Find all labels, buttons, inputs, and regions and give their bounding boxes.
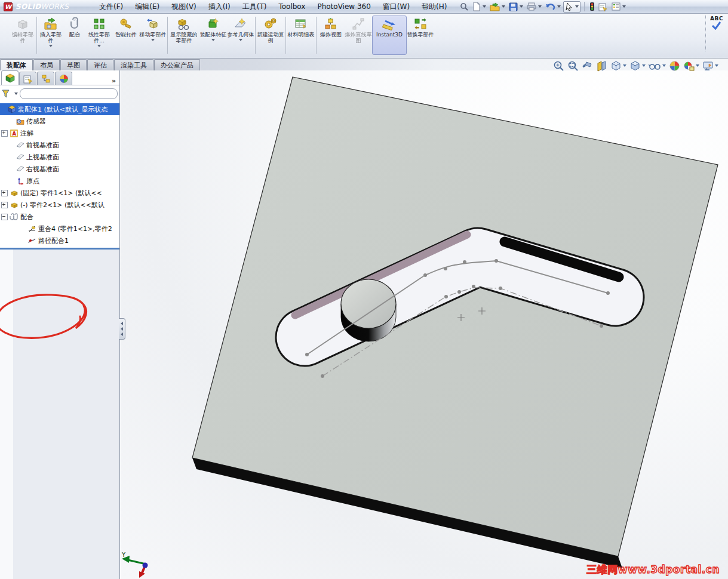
search-icon[interactable] (459, 2, 470, 12)
tree-item-origin[interactable]: 原点 (0, 175, 119, 187)
expand-toggle[interactable] (1, 190, 8, 196)
tree-item-assembly-root[interactable]: 装配体1 (默认<默认_显示状态 (0, 103, 119, 115)
tree-item-front-plane[interactable]: 前视基准面 (0, 139, 119, 151)
panel-splitter-handle[interactable] (119, 318, 125, 340)
open-document-button[interactable] (489, 2, 506, 12)
tab-featuremanager-tree[interactable] (1, 70, 19, 85)
tree-item-sensors[interactable]: 传感器 (0, 115, 119, 127)
bill-of-materials-icon (294, 17, 308, 31)
explode-line-sketch-icon (351, 17, 365, 31)
assembly-features-icon (206, 17, 220, 31)
undo-button[interactable] (544, 2, 562, 12)
command-tabs: 装配体 布局 草图 评估 渲染工具 办公室产品 (0, 58, 201, 70)
view-settings-icon[interactable] (702, 60, 719, 72)
panel-more-chevrons[interactable]: » (112, 77, 116, 85)
featuremanager-tree-icon (5, 73, 15, 83)
cylinder-part[interactable] (341, 279, 396, 341)
reference-geometry-button[interactable]: 参考几何体 (227, 16, 254, 55)
menu-tools[interactable]: 工具(T) (236, 1, 273, 13)
edit-appearance-icon[interactable] (668, 60, 681, 72)
filter-dropdown-caret[interactable] (14, 93, 18, 95)
mate-button[interactable]: 配合 (64, 16, 85, 55)
tab-assembly[interactable]: 装配体 (0, 59, 33, 70)
tab-layout[interactable]: 布局 (33, 59, 60, 70)
tree-item-part2[interactable]: (-) 零件2<1> (默认<<默认 (0, 199, 119, 211)
instant3d-button[interactable]: Instant3D (372, 16, 407, 55)
toolbar-separator (584, 2, 585, 11)
move-component-button[interactable]: 移动零部件 (139, 16, 167, 55)
tab-sketch[interactable]: 草图 (60, 59, 87, 70)
hide-show-items-icon[interactable] (648, 60, 666, 72)
display-style-icon[interactable] (629, 60, 646, 72)
tree-item-path-mate[interactable]: 路径配合1 (0, 235, 119, 247)
zoom-to-area-icon[interactable] (567, 60, 579, 72)
origin-icon (16, 177, 24, 185)
filter-funnel-icon[interactable] (2, 90, 11, 98)
edit-component-button[interactable]: 编辑零部件 (10, 16, 36, 55)
smart-fasteners-button[interactable]: 智能扣件 (113, 16, 139, 55)
print-button[interactable] (526, 2, 543, 11)
heads-up-view-toolbar (552, 59, 719, 72)
expand-toggle[interactable] (1, 130, 8, 137)
collapse-toggle[interactable] (1, 214, 8, 220)
apply-scene-icon[interactable] (683, 60, 700, 72)
traffic-light-icon[interactable] (588, 1, 596, 12)
save-button[interactable] (508, 2, 524, 12)
new-document-button[interactable] (471, 1, 487, 12)
explode-line-sketch-button[interactable]: 爆炸直线草图 (345, 16, 372, 55)
edit-component-icon (16, 17, 30, 31)
menu-file[interactable]: 文件(F) (93, 1, 129, 13)
tab-propertymanager[interactable] (19, 72, 36, 85)
spellcheck-abc-label: ABC (710, 16, 723, 21)
menu-toolbox[interactable]: Toolbox (272, 1, 311, 12)
section-view-icon[interactable] (595, 60, 608, 72)
linear-pattern-icon (92, 17, 106, 31)
replace-components-button[interactable]: 替换零部件 (407, 16, 434, 55)
tab-office-products[interactable]: 办公室产品 (154, 59, 200, 70)
tab-displaymanager[interactable] (55, 72, 72, 85)
bill-of-materials-button[interactable]: 材料明细表 (287, 16, 315, 55)
svg-text:A: A (12, 131, 16, 137)
spell-checker-button[interactable]: ABC (710, 16, 723, 30)
menu-insert[interactable]: 插入(I) (202, 1, 236, 13)
menu-help[interactable]: 帮助(H) (416, 1, 453, 13)
tab-configurationmanager[interactable] (37, 72, 54, 85)
options-form-icon[interactable] (597, 2, 609, 12)
menu-view[interactable]: 视图(V) (165, 1, 202, 13)
expand-toggle[interactable] (1, 202, 8, 208)
instant3d-icon (382, 17, 397, 31)
zoom-to-fit-icon[interactable] (552, 60, 565, 72)
linear-component-pattern-button[interactable]: 线性零部件... (85, 16, 113, 55)
tree-filter-input[interactable] (20, 88, 118, 99)
task-pane-icon[interactable] (610, 2, 627, 11)
menu-window[interactable]: 窗口(W) (377, 1, 416, 13)
tree-item-part1[interactable]: (固定) 零件1<1> (默认<< (0, 187, 119, 199)
plate-part[interactable] (192, 77, 718, 568)
model-canvas: Y (120, 70, 728, 579)
tab-render-tools[interactable]: 渲染工具 (114, 59, 153, 70)
reference-geometry-icon (234, 17, 248, 31)
insert-components-button[interactable]: 插入零部件 (38, 16, 64, 55)
select-cursor-button[interactable] (563, 1, 580, 13)
tree-item-annotations[interactable]: A 注解 (0, 127, 119, 139)
menu-photoview360[interactable]: PhotoView 360 (311, 1, 376, 12)
previous-view-icon[interactable] (581, 60, 594, 72)
propertymanager-icon (23, 74, 33, 84)
sensors-folder-icon (16, 117, 24, 125)
tree-item-top-plane[interactable]: 上视基准面 (0, 151, 119, 163)
tab-evaluate[interactable]: 评估 (87, 59, 113, 70)
tree-item-coincident-mate[interactable]: 重合4 (零件1<1>,零件2 (0, 223, 119, 235)
feature-manager-panel: » 装配体1 (默认<默认_显示状态 传感器 A 注解 (0, 70, 120, 579)
show-hidden-components-button[interactable]: 显示隐藏的零部件 (168, 16, 199, 55)
view-orientation-icon[interactable] (610, 60, 627, 72)
exploded-view-button[interactable]: 爆炸视图 (317, 16, 345, 55)
assembly-icon (7, 105, 16, 113)
quick-access-toolbar (459, 1, 627, 13)
new-motion-study-button[interactable]: 新建运动算例 (256, 16, 285, 55)
menu-edit[interactable]: 编辑(E) (129, 1, 165, 13)
tree-item-mates-folder[interactable]: 配合 (0, 211, 119, 223)
tree-item-right-plane[interactable]: 右视基准面 (0, 163, 119, 175)
panel-tab-strip: » (0, 70, 119, 85)
graphics-area[interactable]: Y 三维网www.3dportal.cn (120, 70, 728, 579)
assembly-features-button[interactable]: 装配体特征 (199, 16, 227, 55)
